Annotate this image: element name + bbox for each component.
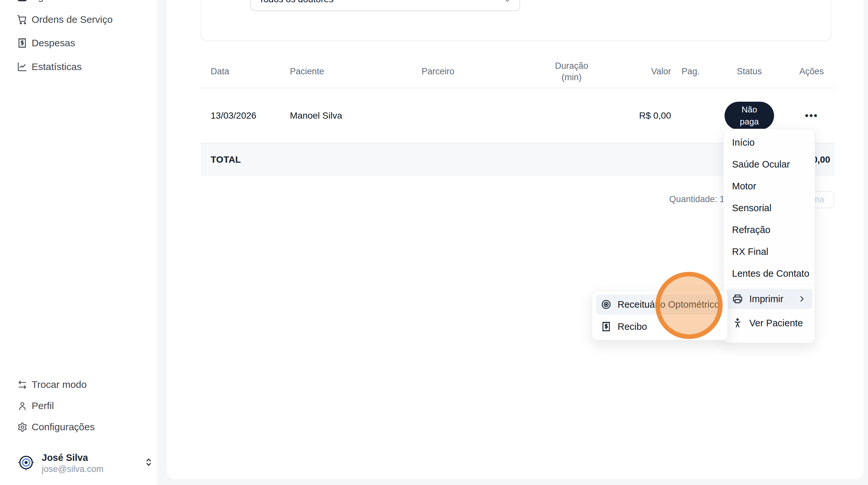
doctor-select[interactable]: Todos os doutores xyxy=(250,0,520,11)
chevron-right-icon xyxy=(797,294,806,303)
menu-item-motor[interactable]: Motor xyxy=(723,175,815,197)
menu-item-imprimir[interactable]: Imprimir xyxy=(726,289,812,309)
row-actions-button[interactable]: ••• xyxy=(788,110,835,121)
swap-icon xyxy=(16,379,28,390)
col-header-pag: Pag. xyxy=(671,66,710,77)
printer-icon xyxy=(732,293,743,304)
cart-icon xyxy=(16,14,28,25)
col-header-paciente: Paciente xyxy=(290,66,422,77)
submenu-item-label: Recibo xyxy=(618,321,647,332)
sidebar-item-configuracoes[interactable]: Configurações xyxy=(0,417,157,438)
row-context-menu: Início Saúde Ocular Motor Sensorial Refr… xyxy=(723,129,815,343)
gear-icon xyxy=(16,421,28,433)
sidebar-item-label: Estatísticas xyxy=(32,61,82,72)
user-name: José Silva xyxy=(42,452,88,463)
app-screen: Agenda Ordens de Serviço Despesas Estatí… xyxy=(0,0,868,485)
sidebar: Agenda Ordens de Serviço Despesas Estatí… xyxy=(0,0,157,485)
menu-item-lentes-de-contato[interactable]: Lentes de Contato xyxy=(723,263,815,285)
print-submenu: Receituário Optométrico Recibo xyxy=(592,291,728,340)
filter-card: Todos os doutores xyxy=(200,0,832,41)
sidebar-item-label: Trocar modo xyxy=(32,379,87,390)
sidebar-item-label: Despesas xyxy=(32,37,75,48)
col-header-data: Data xyxy=(200,66,290,77)
cell-valor: R$ 0,00 xyxy=(624,110,671,121)
receipt-icon xyxy=(16,37,28,49)
col-header-parceiro: Parceiro xyxy=(422,66,520,77)
sidebar-item-label: Ordens de Serviço xyxy=(32,14,113,25)
menu-item-inicio[interactable]: Início xyxy=(723,132,815,154)
col-header-status: Status xyxy=(710,66,788,77)
status-badge: Não paga xyxy=(724,102,774,130)
menu-item-rx-final[interactable]: RX Final xyxy=(723,241,815,263)
doctor-select-value: Todos os doutores xyxy=(259,0,334,5)
sidebar-item-trocar-modo[interactable]: Trocar modo xyxy=(0,374,157,395)
user-email: jose@silva.com xyxy=(42,464,103,474)
menu-item-label: Imprimir xyxy=(749,294,783,304)
user-icon xyxy=(16,400,28,412)
menu-item-label: Ver Paciente xyxy=(749,318,803,328)
chart-icon xyxy=(16,61,28,73)
submenu-item-label: Receituário Optométrico xyxy=(618,299,720,310)
total-label: TOTAL xyxy=(200,155,241,165)
cell-status: Não paga xyxy=(710,102,788,130)
sidebar-item-label: Configurações xyxy=(32,421,95,432)
sidebar-item-despesas[interactable]: Despesas xyxy=(0,33,157,54)
sidebar-item-perfil[interactable]: Perfil xyxy=(0,395,157,416)
user-menu[interactable]: José Silva jose@silva.com xyxy=(0,452,157,473)
person-standing-icon xyxy=(732,318,743,328)
col-header-duracao: Duração (min) xyxy=(520,60,624,83)
cell-paciente: Manoel Silva xyxy=(290,110,422,121)
col-header-acoes: Ações xyxy=(788,66,835,77)
menu-item-sensorial[interactable]: Sensorial xyxy=(723,197,815,219)
chevron-down-icon xyxy=(503,0,512,5)
col-header-valor: Valor xyxy=(624,66,671,77)
sidebar-item-label: Perfil xyxy=(32,400,54,411)
menu-item-saude-ocular[interactable]: Saúde Ocular xyxy=(723,154,815,175)
cell-data: 13/03/2026 xyxy=(200,110,290,121)
table-header-row: Data Paciente Parceiro Duração (min) Val… xyxy=(200,56,835,88)
menu-item-ver-paciente[interactable]: Ver Paciente xyxy=(726,313,812,333)
sidebar-item-label: Agenda xyxy=(32,0,65,2)
receipt-icon xyxy=(600,321,612,332)
menu-item-refracao[interactable]: Refração xyxy=(723,219,815,241)
chevrons-up-down-icon xyxy=(143,456,155,468)
submenu-item-receituario-optometrico[interactable]: Receituário Optométrico xyxy=(596,294,723,315)
submenu-item-recibo[interactable]: Recibo xyxy=(596,317,723,337)
sidebar-item-estatisticas[interactable]: Estatísticas xyxy=(0,56,157,77)
menu-divider xyxy=(723,285,815,285)
calendar-icon xyxy=(16,0,28,3)
eye-icon xyxy=(600,299,612,310)
sidebar-item-ordens-de-servico[interactable]: Ordens de Serviço xyxy=(0,9,157,30)
sidebar-item-agenda[interactable]: Agenda xyxy=(0,0,157,7)
quantity-label: Quantidade: 1 xyxy=(669,194,724,204)
avatar xyxy=(18,454,34,471)
